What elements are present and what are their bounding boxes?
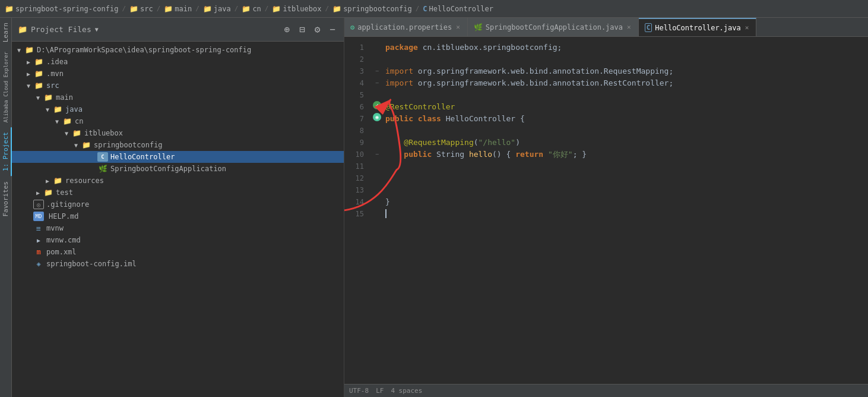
tree-arrow: ▶	[24, 71, 33, 77]
folder-icon: 📁	[332, 5, 341, 13]
line-content	[383, 125, 868, 137]
tree-item-cn[interactable]: ▼ 📁 cn	[12, 115, 344, 127]
tab-hellocontroller[interactable]: C HelloController.java ✕	[639, 18, 757, 36]
tree-label: itbluebox	[84, 129, 123, 137]
tab-springbootconfigapp[interactable]: 🌿 SpringbootConfigApplication.java ✕	[468, 18, 639, 36]
tree-item-helpmd[interactable]: MD HELP.md	[12, 210, 344, 222]
folder-icon: 📁	[272, 5, 281, 13]
breadcrumb-main[interactable]: 📁 main	[164, 5, 192, 13]
folder-icon: 📁	[18, 25, 27, 34]
project-panel-title: 📁 Project Files ▼	[18, 25, 99, 34]
code-line-5: 5	[344, 89, 868, 101]
tree-item-resources[interactable]: ▶ 📁 resources	[12, 175, 344, 187]
fold-icon[interactable]: −	[375, 65, 379, 77]
line-content	[383, 172, 868, 184]
code-line-8: 8	[344, 125, 868, 137]
tree-item-root[interactable]: ▼ 📁 D:\AProgramWorkSpace\idea\springboot…	[12, 44, 344, 56]
tree-item-mvnwcmd[interactable]: ▶ mvnw.cmd	[12, 234, 344, 246]
fold-icon[interactable]: −	[375, 149, 379, 160]
tree-item-test[interactable]: ▶ 📁 test	[12, 187, 344, 198]
tree-item-hellocontroller[interactable]: C HelloController	[12, 151, 344, 163]
tree-item-itbluebox[interactable]: ▼ 📁 itbluebox	[12, 127, 344, 139]
collapse-button[interactable]: ⊟	[297, 23, 308, 36]
line-number: 7	[344, 113, 371, 125]
folder-icon: 📁	[242, 5, 251, 13]
line-gutter: ✓	[371, 101, 383, 109]
code-line-11: 11	[344, 160, 868, 172]
line-number: 14	[344, 196, 371, 208]
line-number: 2	[344, 53, 371, 65]
sidebar-tab-alibaba[interactable]: Alibaba Cloud Explorer	[1, 47, 11, 127]
tree-label: HELP.md	[49, 212, 79, 220]
line-content	[383, 184, 868, 196]
tab-application-properties[interactable]: ⚙ application.properties ✕	[344, 18, 468, 36]
file-tree[interactable]: ▼ 📁 D:\AProgramWorkSpace\idea\springboot…	[12, 42, 344, 397]
breadcrumb-springboot[interactable]: 📁 springboot-spring-config	[5, 5, 118, 13]
line-content: public String hello() { return "你好"; }	[383, 149, 868, 160]
line-number: 3	[344, 65, 371, 77]
sidebar-tab-project[interactable]: 1: Project	[0, 127, 12, 176]
line-number: 15	[344, 208, 371, 220]
dropdown-icon[interactable]: ▼	[95, 26, 99, 33]
tree-arrow: ▼	[52, 118, 62, 125]
tree-label: src	[46, 81, 59, 90]
tree-label: mvnw.cmd	[46, 236, 81, 244]
tab-label: HelloController.java	[655, 24, 741, 32]
tree-label: cn	[75, 117, 83, 125]
tab-close-button[interactable]: ✕	[744, 24, 750, 31]
code-line-13: 13	[344, 184, 868, 196]
tree-label: resources	[65, 177, 104, 185]
tree-item-main[interactable]: ▼ 📁 main	[12, 92, 344, 103]
code-editor[interactable]: 1 package cn.itbluebox.springbootconfig;…	[344, 37, 868, 384]
breadcrumb-itbluebox[interactable]: 📁 itbluebox	[272, 5, 321, 13]
tree-item-pomxml[interactable]: m pom.xml	[12, 246, 344, 258]
code-line-7: 7 ◉ public class HelloController {	[344, 113, 868, 125]
line-number: 9	[344, 137, 371, 149]
tree-item-springbootconfig[interactable]: ▼ 📁 springbootconfig	[12, 139, 344, 151]
tree-item-gitignore[interactable]: ◎ .gitignore	[12, 198, 344, 210]
code-line-12: 12	[344, 172, 868, 184]
line-content	[383, 160, 868, 172]
line-number: 11	[344, 160, 371, 172]
cmd-icon: ▶	[33, 235, 44, 245]
java-class-icon: C	[97, 152, 108, 162]
tree-arrow: ▼	[62, 130, 71, 137]
fold-icon[interactable]: −	[375, 77, 379, 89]
tree-item-springbootconfigapp[interactable]: 🌿 SpringbootConfigApplication	[12, 163, 344, 175]
tree-item-src[interactable]: ▼ 📁 src	[12, 80, 344, 92]
line-number: 1	[344, 42, 371, 53]
tree-item-mvnw[interactable]: ≡ mvnw	[12, 222, 344, 234]
breadcrumb-springbootconfig[interactable]: 📁 springbootconfig	[332, 5, 412, 13]
tree-item-mvn[interactable]: ▶ 📁 .mvn	[12, 68, 344, 80]
tree-label: pom.xml	[46, 248, 77, 256]
tree-item-java[interactable]: ▼ 📁 java	[12, 103, 344, 115]
tree-label: test	[56, 188, 73, 197]
sidebar-tab-favorites[interactable]: Favorites	[0, 177, 11, 222]
breadcrumb-java[interactable]: 📁 java	[203, 5, 231, 13]
pom-icon: m	[33, 247, 44, 257]
breadcrumb-hellocontroller[interactable]: C HelloController	[423, 5, 493, 13]
tree-label: springbootconfig	[94, 141, 163, 149]
breadcrumb-src[interactable]: 📁 src	[129, 5, 153, 13]
line-gutter: −	[371, 77, 383, 89]
tree-label: .gitignore	[46, 200, 89, 209]
tree-item-iml[interactable]: ◈ springboot-config.iml	[12, 258, 344, 270]
properties-icon: ⚙	[350, 23, 354, 31]
locate-button[interactable]: ⊕	[281, 23, 292, 36]
bottom-bar: UTF-8 LF 4 spaces	[344, 384, 868, 397]
left-sidebar-tabs: Learn Alibaba Cloud Explorer 1: Project …	[0, 18, 12, 397]
editor-area: ⚙ application.properties ✕ 🌿 SpringbootC…	[344, 18, 868, 397]
tab-close-button[interactable]: ✕	[455, 23, 461, 31]
line-number: 12	[344, 172, 371, 184]
tree-item-idea[interactable]: ▶ 📁 .idea	[12, 56, 344, 68]
breadcrumb-cn[interactable]: 📁 cn	[242, 5, 261, 13]
editor-wrapper: 1 package cn.itbluebox.springbootconfig;…	[344, 37, 868, 384]
close-button[interactable]: −	[327, 23, 338, 36]
settings-button[interactable]: ⚙	[312, 23, 323, 36]
tab-close-button[interactable]: ✕	[626, 23, 632, 31]
folder-icon: 📁	[33, 57, 44, 67]
tree-arrow: ▼	[33, 94, 43, 101]
gutter-annotation-icon: ✓	[373, 101, 381, 109]
sidebar-tab-learn[interactable]: Learn	[0, 18, 11, 47]
java-icon: C	[645, 23, 652, 32]
